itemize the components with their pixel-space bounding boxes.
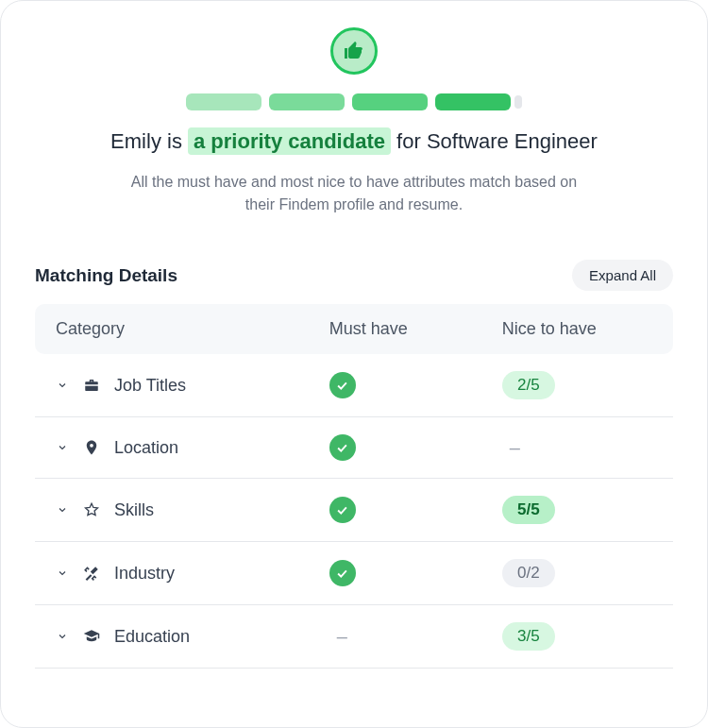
meter-segment	[186, 93, 261, 110]
star-icon	[82, 500, 101, 519]
nice-to-have-pill: 5/5	[502, 496, 555, 524]
chevron-down-icon[interactable]	[56, 630, 69, 643]
category-label: Skills	[114, 500, 154, 520]
briefcase-icon	[82, 376, 101, 395]
dash-indicator: –	[329, 626, 347, 648]
meter-segment-trail	[514, 95, 522, 109]
category-cell: Education	[56, 627, 329, 647]
meter-segment	[269, 93, 345, 110]
expand-all-button[interactable]: Expand All	[572, 260, 673, 291]
headline-suffix: for Software Engineer	[396, 129, 598, 153]
nice-to-have-pill: 3/5	[502, 622, 555, 651]
chevron-down-icon[interactable]	[56, 441, 69, 454]
chevron-down-icon[interactable]	[56, 567, 69, 580]
check-icon	[329, 434, 356, 461]
nice-to-have-cell: 0/2	[491, 559, 652, 587]
check-icon	[329, 560, 356, 586]
category-cell: Industry	[56, 564, 329, 584]
details-title: Matching Details	[35, 265, 177, 286]
table-row[interactable]: Job Titles2/5	[35, 354, 673, 417]
headline-highlight: a priority candidate	[188, 127, 391, 155]
nice-to-have-cell: 3/5	[491, 622, 652, 651]
hero-section: Emily is a priority candidate for Softwa…	[35, 27, 673, 216]
check-icon	[329, 497, 356, 523]
education-icon	[82, 627, 101, 646]
nice-to-have-pill: 0/2	[502, 559, 555, 587]
must-have-cell	[329, 434, 491, 461]
nice-to-have-cell: –	[491, 437, 652, 459]
chevron-down-icon[interactable]	[56, 379, 69, 392]
table-row[interactable]: Industry0/2	[35, 542, 673, 605]
category-label: Location	[114, 438, 178, 458]
col-header-must-have: Must have	[329, 319, 491, 339]
table-row[interactable]: Skills5/5	[35, 479, 673, 542]
must-have-cell	[329, 560, 491, 586]
tools-icon	[82, 564, 101, 583]
headline-subtext: All the must have and most nice to have …	[118, 171, 590, 216]
category-cell: Job Titles	[56, 376, 329, 396]
headline-prefix: Emily is	[110, 129, 182, 153]
match-strength-meter	[186, 93, 522, 110]
nice-to-have-cell: 5/5	[491, 496, 652, 524]
chevron-down-icon[interactable]	[56, 503, 69, 516]
col-header-category: Category	[56, 319, 329, 339]
candidate-match-card: Emily is a priority candidate for Softwa…	[0, 0, 708, 728]
category-cell: Skills	[56, 500, 329, 520]
table-header-row: Category Must have Nice to have	[35, 304, 673, 354]
matching-details-table: Category Must have Nice to have Job Titl…	[35, 304, 673, 669]
must-have-cell	[329, 497, 491, 523]
table-row[interactable]: Location–	[35, 417, 673, 479]
details-header: Matching Details Expand All	[35, 260, 673, 291]
must-have-cell: –	[329, 626, 491, 648]
meter-segment	[352, 93, 428, 110]
check-icon	[329, 372, 356, 398]
category-cell: Location	[56, 438, 329, 458]
category-label: Industry	[114, 564, 175, 584]
nice-to-have-pill: 2/5	[502, 371, 555, 399]
location-icon	[82, 438, 101, 457]
category-label: Education	[114, 627, 190, 647]
nice-to-have-cell: 2/5	[491, 371, 652, 399]
meter-segment	[435, 93, 511, 110]
col-header-nice-to-have: Nice to have	[491, 319, 652, 339]
headline-text: Emily is a priority candidate for Softwa…	[110, 129, 598, 154]
must-have-cell	[329, 372, 491, 398]
category-label: Job Titles	[114, 376, 186, 396]
table-row[interactable]: Education–3/5	[35, 605, 673, 669]
thumbs-up-icon	[330, 27, 378, 75]
dash-indicator: –	[502, 437, 520, 459]
